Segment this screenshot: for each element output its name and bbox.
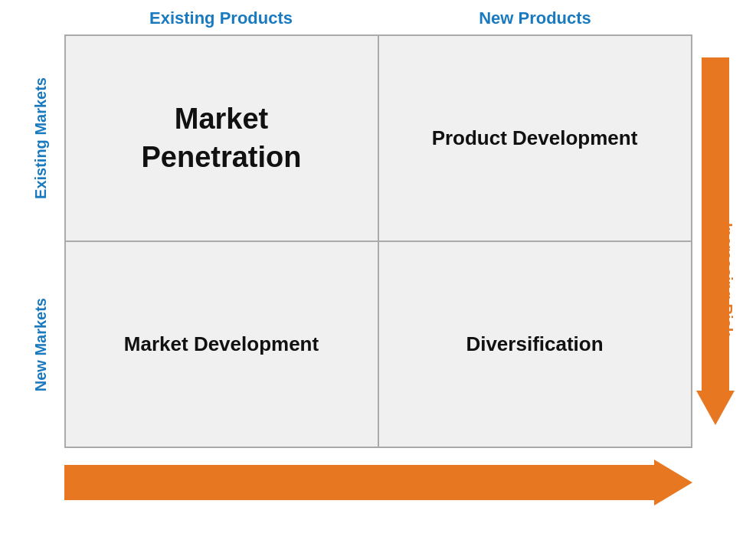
col-header-new-products: New Products [378, 8, 692, 34]
bottom-arrow-row: Increasing Risk [64, 459, 692, 506]
right-arrow-label: Increasing Risk [718, 73, 735, 486]
column-headers: Existing Products New Products [64, 8, 692, 34]
right-arrow-section: Increasing Risk [692, 34, 738, 448]
bottom-arrow-head [654, 460, 692, 506]
col-header-existing-products: Existing Products [64, 8, 378, 34]
cell-label-market-development: Market Development [124, 332, 319, 358]
cell-product-development: Product Development [378, 35, 692, 241]
ansoff-grid: MarketPenetration Product Development Ma… [64, 34, 692, 448]
middle-section: Existing Markets New Markets MarketPenet… [18, 34, 738, 448]
row-label-new-markets: New Markets [18, 241, 64, 448]
cell-market-development: Market Development [65, 241, 378, 447]
cell-diversification: Diversification [378, 241, 692, 447]
bottom-arrow-shaft [64, 465, 654, 500]
row-label-existing-markets: Existing Markets [18, 34, 64, 241]
cell-label-product-development: Product Development [432, 126, 638, 152]
bottom-arrow [64, 463, 692, 502]
cell-label-diversification: Diversification [466, 332, 603, 358]
cell-market-penetration: MarketPenetration [65, 35, 378, 241]
cell-label-market-penetration: MarketPenetration [141, 100, 301, 176]
row-labels: Existing Markets New Markets [18, 34, 64, 448]
ansoff-matrix: Existing Products New Products Existing … [18, 8, 738, 545]
